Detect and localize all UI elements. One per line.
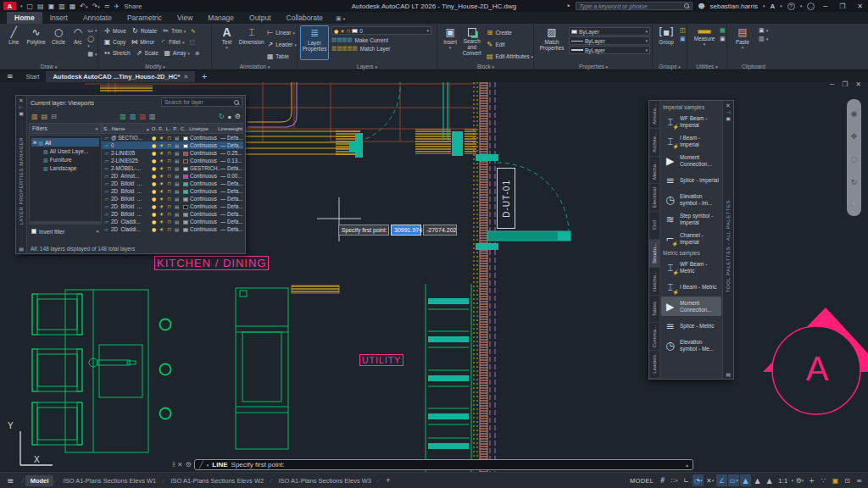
lpm-properties-icon[interactable]: ▣ — [19, 110, 24, 116]
annotation-monitor-icon[interactable]: + — [806, 474, 817, 486]
ortho-mode-icon[interactable]: ∟ — [681, 474, 692, 486]
paste-button[interactable]: ▤Paste▾ — [731, 25, 754, 50]
circle-button[interactable]: ○Circle — [47, 25, 70, 45]
layer-color-swatch[interactable] — [183, 136, 188, 141]
palette-tool-item[interactable]: ◷ Elevation symbol - Me... — [661, 336, 721, 355]
layer-lineweight[interactable]: — Defa... — [220, 165, 243, 171]
tree-scrollbar[interactable] — [29, 221, 102, 225]
layer-color-swatch[interactable] — [183, 167, 188, 171]
layer-color-swatch[interactable] — [183, 197, 188, 202]
layer-freeze-icon[interactable]: ☀ — [158, 142, 165, 148]
layer-freeze-icon[interactable]: ☀ — [158, 196, 165, 202]
layer-plot-icon[interactable]: ▤ — [173, 181, 181, 186]
layer-name[interactable]: 2D_Bifold_... — [111, 203, 150, 209]
search-collapse-icon[interactable]: ‣ — [566, 3, 570, 10]
layer-on-icon[interactable]: ● — [150, 180, 158, 186]
layout-tab-w1[interactable]: ISO A1-Plans Sections Elevs W1 — [58, 475, 162, 486]
cut-clip-icon[interactable]: ▥ ▾ — [759, 36, 768, 42]
layer-lineweight[interactable]: — 0.25... — [220, 150, 243, 156]
close-button[interactable]: ✕ — [854, 3, 866, 10]
create-block-button[interactable]: ⊞Create — [486, 27, 533, 38]
layer-plot-icon[interactable]: ▤ — [173, 227, 181, 232]
layer-linetype[interactable]: Continuous — [190, 158, 220, 164]
palette-tool-item[interactable]: ◷ Elevation symbol - Im... — [661, 190, 721, 209]
layer-lock-icon[interactable]: ⊓ — [165, 142, 173, 148]
layer-on-icon[interactable]: ● — [150, 165, 158, 171]
start-tab[interactable]: Start — [19, 71, 47, 82]
layer-plot-icon[interactable]: ▤ — [173, 151, 181, 156]
layer-on-icon[interactable]: ● — [150, 150, 158, 156]
service-lines[interactable] — [248, 82, 297, 127]
layer-lock-icon[interactable]: ⊓ — [165, 203, 173, 209]
kitchen-furniture[interactable] — [32, 290, 171, 452]
save-icon[interactable]: ▣ — [48, 3, 55, 10]
palette-tab[interactable]: Electrical — [649, 184, 659, 212]
doc-restore-icon[interactable]: ❐ — [842, 80, 848, 88]
new-layer-filter-icon[interactable]: ▥ — [31, 113, 38, 120]
offset-icon[interactable]: ⊜ — [195, 47, 199, 58]
tool-palette-tabs[interactable]: Annota...Archite...Mecha...ElectricalCiv… — [649, 101, 660, 379]
layer-linetype[interactable]: GESTRICH... — [190, 165, 220, 171]
ellipse-icon[interactable]: ◯ ▾ — [87, 36, 97, 49]
plot-icon[interactable]: ▦ — [70, 3, 76, 10]
polar-tracking-icon[interactable]: ◔▾ — [693, 474, 704, 486]
new-drawing-tab-button[interactable]: + — [195, 72, 214, 82]
tp-autohide-icon[interactable]: ⊣ — [726, 109, 730, 115]
layer-color-cell[interactable] — [181, 150, 190, 156]
new-layer-icon[interactable]: ▥ — [120, 113, 126, 120]
annotation-scale-value[interactable]: 1:1 — [776, 477, 790, 485]
palette-tab[interactable]: Mecha... — [649, 157, 659, 185]
palette-tab[interactable]: Comma... — [649, 323, 659, 351]
exterior-wall[interactable] — [474, 82, 495, 472]
layer-freeze-icon[interactable]: ☀ — [158, 203, 165, 209]
layer-search-input[interactable]: Search for layer — [161, 97, 242, 107]
layer-search-icon[interactable] — [234, 100, 239, 105]
layer-color-swatch[interactable] — [183, 182, 188, 186]
color-dropdown[interactable]: ByLayer▾ — [569, 27, 650, 36]
layer-color-swatch[interactable] — [183, 220, 188, 225]
object-snap-icon[interactable]: ▭▾ — [728, 474, 739, 486]
linear-button[interactable]: ⊢Linear ▾ — [266, 27, 297, 38]
layer-row[interactable]: ▱ 2D_Bifold_... ● ☀ ⊓ ▤ Continuous — Def… — [102, 210, 243, 218]
ungroup-icon[interactable]: ◫ — [680, 27, 686, 34]
navigation-bar[interactable]: ◉ ✥ ◌ ↻ ▾ — [847, 99, 861, 216]
wall-right-top[interactable] — [415, 129, 476, 156]
hatch-icon[interactable]: ▦ ▾ — [87, 51, 97, 58]
palette-tab[interactable]: Tables — [649, 296, 659, 324]
trim-button[interactable]: ✂Trim ▾ — [162, 25, 186, 36]
command-close-icon[interactable]: ✕ — [177, 461, 183, 469]
steering-wheel-icon[interactable]: ◉ — [851, 109, 858, 118]
palette-tool-item[interactable]: ⌶ WF Beam - Metric — [661, 258, 721, 277]
keyword-search-input[interactable]: Type a keyword or phrase — [576, 2, 693, 10]
new-vp-frozen-layer-icon[interactable]: ▥ — [130, 113, 136, 120]
layer-lineweight[interactable]: — Defa... — [220, 180, 243, 186]
new-file-icon[interactable]: ▢ — [27, 3, 34, 10]
calculator-icon[interactable]: ▣ — [720, 36, 726, 42]
layer-filter-tree[interactable]: ⊟▥All ▥All Used Laye... ▥Furniture ▥Land… — [29, 135, 102, 225]
layer-linetype[interactable]: Continuous — [190, 196, 220, 202]
scale-button[interactable]: ⇗Scale — [136, 47, 159, 58]
search-convert-button[interactable]: Search and Convert — [461, 25, 482, 57]
layer-color-swatch[interactable] — [183, 213, 188, 217]
elevation-marker-letter[interactable]: A — [800, 350, 834, 388]
erase-icon[interactable]: ✎ — [191, 25, 195, 36]
filter-furniture[interactable]: ▥Furniture — [31, 155, 99, 164]
undo-icon[interactable]: ↶▾ — [80, 3, 87, 10]
palette-tool-item[interactable]: ≋ Step symbol - Imperial — [661, 209, 721, 229]
layer-lock-icon[interactable]: ⊓ — [165, 135, 173, 141]
layer-plot-icon[interactable]: ▤ — [173, 143, 181, 148]
autodesk-account-icon[interactable]: A — [770, 3, 775, 10]
layer-properties-button[interactable]: ≣ Layer Properties — [300, 25, 329, 60]
qat-customize-icon[interactable]: ≂ — [104, 3, 110, 10]
leader-button[interactable]: ↗Leader ▾ — [266, 39, 297, 50]
room-label-kitchen-dining[interactable]: KITCHEN / DINING — [154, 256, 269, 270]
layout-menu-icon[interactable]: ≡ — [0, 476, 20, 485]
modify-panel-label[interactable]: Modify ▾ — [99, 64, 211, 69]
layers-panel-label[interactable]: Layers ▾ — [298, 64, 437, 69]
text-button[interactable]: AText▾ — [215, 25, 238, 50]
palette-tab[interactable]: Archite... — [649, 129, 659, 157]
file-tab-menu-icon[interactable]: ≡ — [0, 72, 19, 82]
layer-on-icon[interactable]: ● — [150, 188, 158, 194]
layer-color-cell[interactable] — [181, 226, 190, 232]
layer-linetype[interactable]: Continuous — [190, 135, 220, 141]
